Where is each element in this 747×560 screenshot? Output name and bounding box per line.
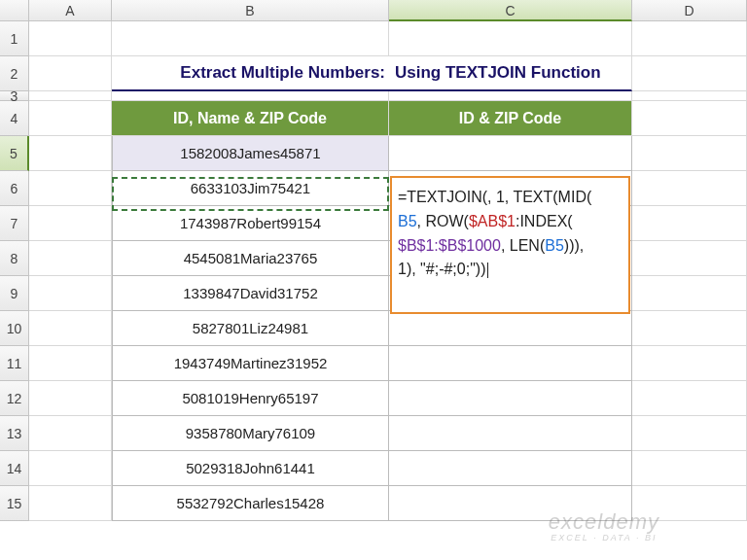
- cell-D3[interactable]: [632, 91, 747, 101]
- cell-B10[interactable]: 5827801Liz24981: [112, 311, 389, 346]
- row-header-13[interactable]: 13: [0, 416, 29, 451]
- cell-C5[interactable]: [389, 136, 632, 171]
- cell-C15[interactable]: [389, 486, 632, 521]
- cell-D13[interactable]: [632, 416, 747, 451]
- cell-D7[interactable]: [632, 206, 747, 241]
- cell-B9[interactable]: 1339847David31752: [112, 276, 389, 311]
- cell-A2[interactable]: [29, 56, 112, 91]
- formula-line-4: 1), "#;-#;0;")): [398, 258, 622, 282]
- col-header-D[interactable]: D: [632, 0, 747, 21]
- cell-A4[interactable]: [29, 101, 112, 136]
- cell-C11[interactable]: [389, 346, 632, 381]
- row-header-1[interactable]: 1: [0, 21, 29, 56]
- cell-A12[interactable]: [29, 381, 112, 416]
- formula-line-1: =TEXTJOIN(, 1, TEXT(MID(: [398, 186, 622, 210]
- cell-A5[interactable]: [29, 136, 112, 171]
- title-right: Using TEXTJOIN Function: [389, 56, 632, 91]
- cell-B8[interactable]: 4545081Maria23765: [112, 241, 389, 276]
- header-id-name-zip: ID, Name & ZIP Code: [112, 101, 389, 136]
- cell-D10[interactable]: [632, 311, 747, 346]
- cell-D6[interactable]: [632, 171, 747, 206]
- cell-C10[interactable]: [389, 311, 632, 346]
- watermark-line2: EXCEL · DATA · BI: [549, 534, 659, 542]
- cell-D14[interactable]: [632, 451, 747, 486]
- cell-D9[interactable]: [632, 276, 747, 311]
- cell-D4[interactable]: [632, 101, 747, 136]
- cell-A14[interactable]: [29, 451, 112, 486]
- cell-A1[interactable]: [29, 21, 112, 56]
- cell-B5[interactable]: 1582008James45871: [112, 136, 389, 171]
- cell-B3[interactable]: [112, 91, 389, 101]
- row-header-11[interactable]: 11: [0, 346, 29, 381]
- cell-D1[interactable]: [632, 21, 747, 56]
- cell-A7[interactable]: [29, 206, 112, 241]
- cell-C13[interactable]: [389, 416, 632, 451]
- cell-C12[interactable]: [389, 381, 632, 416]
- cell-B1[interactable]: [112, 21, 389, 56]
- cell-A3[interactable]: [29, 91, 112, 101]
- cell-D15[interactable]: [632, 486, 747, 521]
- cell-B13[interactable]: 9358780Mary76109: [112, 416, 389, 451]
- cell-C14[interactable]: [389, 451, 632, 486]
- cell-C1[interactable]: [389, 21, 632, 56]
- cell-B14[interactable]: 5029318John61441: [112, 451, 389, 486]
- row-header-8[interactable]: 8: [0, 241, 29, 276]
- row-header-10[interactable]: 10: [0, 311, 29, 346]
- formula-line-2: B5, ROW($AB$1:INDEX(: [398, 210, 622, 234]
- col-header-B[interactable]: B: [112, 0, 389, 21]
- cell-A11[interactable]: [29, 346, 112, 381]
- col-header-A[interactable]: A: [29, 0, 112, 21]
- cell-D11[interactable]: [632, 346, 747, 381]
- cell-A13[interactable]: [29, 416, 112, 451]
- col-header-C[interactable]: C: [389, 0, 632, 21]
- cell-D5[interactable]: [632, 136, 747, 171]
- cell-B11[interactable]: 1943749Martinez31952: [112, 346, 389, 381]
- cell-A8[interactable]: [29, 241, 112, 276]
- cell-B7[interactable]: 1743987Robert99154: [112, 206, 389, 241]
- row-header-5[interactable]: 5: [0, 136, 29, 171]
- cell-A15[interactable]: [29, 486, 112, 521]
- cell-D2[interactable]: [632, 56, 747, 91]
- row-header-14[interactable]: 14: [0, 451, 29, 486]
- row-header-2[interactable]: 2: [0, 56, 29, 91]
- spreadsheet-grid: A B C D 1 2 Extract Multiple Numbers: Us…: [0, 0, 747, 521]
- title-left: Extract Multiple Numbers:: [112, 56, 389, 91]
- row-header-7[interactable]: 7: [0, 206, 29, 241]
- row-header-4[interactable]: 4: [0, 101, 29, 136]
- cell-B12[interactable]: 5081019Henry65197: [112, 381, 389, 416]
- row-header-3[interactable]: 3: [0, 91, 29, 101]
- row-header-15[interactable]: 15: [0, 486, 29, 521]
- cell-D12[interactable]: [632, 381, 747, 416]
- row-header-6[interactable]: 6: [0, 171, 29, 206]
- formula-line-3: $B$1:$B$1000, LEN(B5))),: [398, 234, 622, 259]
- header-id-zip: ID & ZIP Code: [389, 101, 632, 136]
- formula-editor[interactable]: =TEXTJOIN(, 1, TEXT(MID( B5, ROW($AB$1:I…: [390, 176, 630, 314]
- cell-B6[interactable]: 6633103Jim75421: [112, 171, 389, 206]
- cell-D8[interactable]: [632, 241, 747, 276]
- row-header-9[interactable]: 9: [0, 276, 29, 311]
- select-all-corner[interactable]: [0, 0, 29, 21]
- cell-B15[interactable]: 5532792Charles15428: [112, 486, 389, 521]
- cell-C3[interactable]: [389, 91, 632, 101]
- row-header-12[interactable]: 12: [0, 381, 29, 416]
- cell-A9[interactable]: [29, 276, 112, 311]
- cell-A6[interactable]: [29, 171, 112, 206]
- cell-A10[interactable]: [29, 311, 112, 346]
